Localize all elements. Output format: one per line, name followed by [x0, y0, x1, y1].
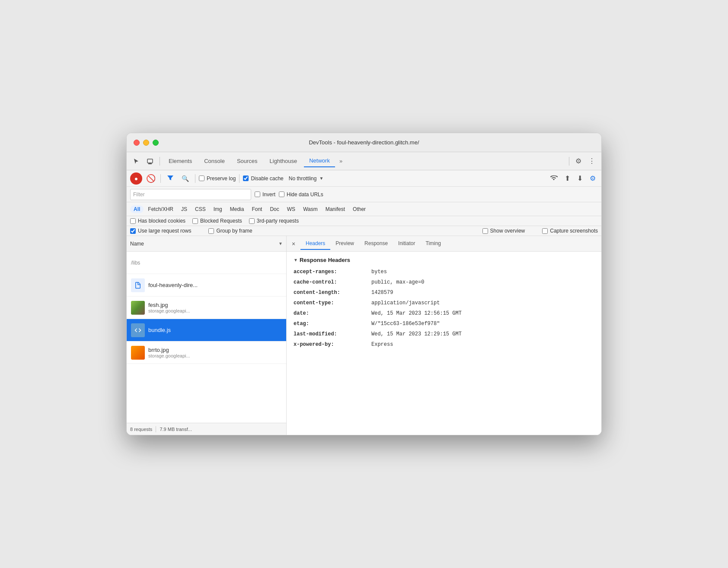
tab-headers[interactable]: Headers [300, 238, 330, 250]
transfer-size: 7.9 MB transf... [160, 427, 192, 432]
invert-input[interactable] [255, 191, 260, 197]
minimize-button[interactable] [143, 140, 149, 146]
type-fetch-xhr-button[interactable]: Fetch/XHR [144, 205, 177, 213]
file-list-panel: Name ▼ /libs foul-heavenly-dire... [127, 236, 287, 435]
tab-more[interactable]: » [337, 156, 345, 166]
header-key: content-type: [294, 299, 371, 307]
large-rows-checkbox[interactable]: Use large request rows [130, 228, 191, 234]
download-icon[interactable]: ⬇ [575, 173, 585, 184]
blocked-requests-checkbox[interactable]: Blocked Requests [192, 218, 242, 224]
type-img-button[interactable]: Img [210, 205, 226, 213]
file-list-header: Name ▼ [127, 236, 286, 252]
wifi-icon[interactable] [548, 172, 560, 185]
requests-count: 8 requests [130, 427, 152, 432]
type-media-button[interactable]: Media [227, 205, 248, 213]
cursor-icon[interactable] [130, 156, 142, 166]
more-icon[interactable]: ⋮ [586, 155, 598, 167]
show-overview-checkbox[interactable]: Show overview [482, 228, 525, 234]
tab-lighthouse[interactable]: Lighthouse [265, 155, 303, 167]
group-by-frame-checkbox[interactable]: Group by frame [208, 228, 252, 234]
tab-preview[interactable]: Preview [330, 238, 359, 250]
file-name: bundle.js [148, 327, 171, 333]
type-doc-button[interactable]: Doc [266, 205, 282, 213]
hide-data-urls-input[interactable] [279, 191, 284, 197]
type-all-button[interactable]: All [130, 205, 144, 213]
gear-blue-icon[interactable]: ⚙ [588, 173, 598, 184]
record-button[interactable]: ● [130, 172, 142, 185]
section-toggle-icon[interactable]: ▼ [294, 258, 298, 262]
search-icon[interactable]: 🔍 [179, 173, 192, 184]
detail-content: ▼ Response Headers accept-ranges: bytesc… [287, 252, 601, 435]
preserve-log-label: Preserve log [207, 176, 236, 182]
svg-rect-0 [147, 159, 153, 163]
list-item[interactable]: brrto.jpg storage.googleapi... [127, 341, 286, 364]
detail-panel: × Headers Preview Response Initiator Tim… [287, 236, 601, 435]
file-sub: storage.googleapi... [148, 353, 190, 358]
disable-cache-checkbox[interactable]: Disable cache [243, 176, 283, 182]
blocked-cookies-input[interactable] [130, 218, 136, 224]
type-manifest-button[interactable]: Manifest [322, 205, 348, 213]
preserve-log-input[interactable] [199, 176, 204, 181]
preserve-log-checkbox[interactable]: Preserve log [199, 176, 236, 182]
capture-screenshots-input[interactable] [542, 228, 548, 234]
headers-list: accept-ranges: bytescache-control: publi… [294, 267, 594, 350]
blocked-cookies-checkbox[interactable]: Has blocked cookies [130, 218, 185, 224]
tab-initiator[interactable]: Initiator [393, 238, 420, 250]
header-value: Wed, 15 Mar 2023 12:56:15 GMT [371, 310, 462, 317]
tab-elements[interactable]: Elements [163, 155, 197, 167]
tab-console[interactable]: Console [199, 155, 230, 167]
upload-icon[interactable]: ⬆ [562, 173, 572, 184]
disable-cache-label: Disable cache [251, 176, 283, 182]
tab-response[interactable]: Response [359, 238, 393, 250]
filter-input[interactable] [147, 191, 248, 198]
list-item[interactable]: fesh.jpg storage.googleapi... [127, 297, 286, 319]
file-name: fesh.jpg [148, 302, 190, 308]
invert-checkbox[interactable]: Invert [255, 191, 275, 198]
column-name-label: Name [130, 241, 277, 247]
header-value: Express [371, 341, 393, 348]
tab-sources[interactable]: Sources [232, 155, 263, 167]
header-row: content-type: application/javascript [294, 298, 594, 308]
large-rows-label: Use large request rows [138, 228, 191, 234]
settings-icon[interactable]: ⚙ [573, 155, 584, 167]
list-item[interactable]: bundle.js [127, 319, 286, 341]
group-by-frame-label: Group by frame [216, 228, 252, 234]
header-value: 1428579 [371, 289, 393, 297]
hide-data-urls-checkbox[interactable]: Hide data URLs [279, 191, 323, 198]
clear-button[interactable]: 🚫 [145, 172, 157, 185]
maximize-button[interactable] [153, 140, 159, 146]
throttle-arrow-icon[interactable]: ▼ [319, 176, 323, 181]
options-row: Use large request rows Group by frame Sh… [127, 226, 601, 236]
invert-label: Invert [262, 191, 275, 198]
list-item[interactable]: /libs [127, 252, 286, 274]
filter-icon[interactable] [164, 172, 176, 184]
type-ws-button[interactable]: WS [284, 205, 299, 213]
header-row: content-length: 1428579 [294, 287, 594, 298]
file-name-libs: /libs [131, 260, 140, 266]
disable-cache-input[interactable] [243, 176, 249, 181]
type-js-button[interactable]: JS [178, 205, 191, 213]
header-value: W/"15cc63-186e53ef978" [371, 320, 440, 328]
blocked-requests-label: Blocked Requests [200, 218, 242, 224]
list-item[interactable]: foul-heavenly-dire... [127, 274, 286, 297]
group-by-frame-input[interactable] [208, 228, 214, 234]
traffic-lights [134, 140, 159, 146]
tab-network[interactable]: Network [304, 155, 335, 167]
device-icon[interactable] [144, 156, 156, 166]
type-wasm-button[interactable]: Wasm [300, 205, 321, 213]
third-party-input[interactable] [249, 218, 255, 224]
img-placeholder-orange [131, 346, 145, 360]
show-overview-input[interactable] [482, 228, 488, 234]
close-button[interactable] [134, 140, 140, 146]
capture-screenshots-checkbox[interactable]: Capture screenshots [542, 228, 598, 234]
close-detail-button[interactable]: × [288, 239, 299, 249]
type-css-button[interactable]: CSS [192, 205, 209, 213]
tab-timing[interactable]: Timing [420, 238, 446, 250]
sort-arrow-icon: ▼ [278, 241, 283, 246]
no-throttling-label: No throttling [289, 176, 317, 182]
third-party-checkbox[interactable]: 3rd-party requests [249, 218, 299, 224]
type-font-button[interactable]: Font [248, 205, 265, 213]
blocked-requests-input[interactable] [192, 218, 198, 224]
type-other-button[interactable]: Other [349, 205, 369, 213]
large-rows-input[interactable] [130, 228, 136, 234]
